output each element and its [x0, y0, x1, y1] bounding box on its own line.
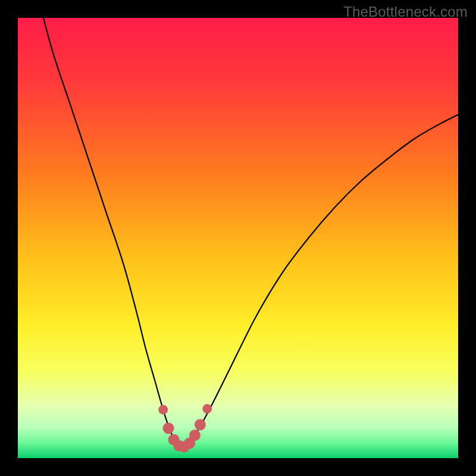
optimal-dot — [158, 405, 168, 415]
chart-plot-area — [18, 18, 458, 458]
optimal-dot — [202, 404, 212, 414]
outer-frame: TheBottleneck.com — [0, 0, 476, 476]
optimal-dot — [189, 430, 201, 441]
optimal-dot — [195, 419, 206, 430]
optimal-dot — [163, 422, 174, 434]
gradient-background — [18, 18, 458, 458]
chart-svg — [18, 18, 458, 458]
